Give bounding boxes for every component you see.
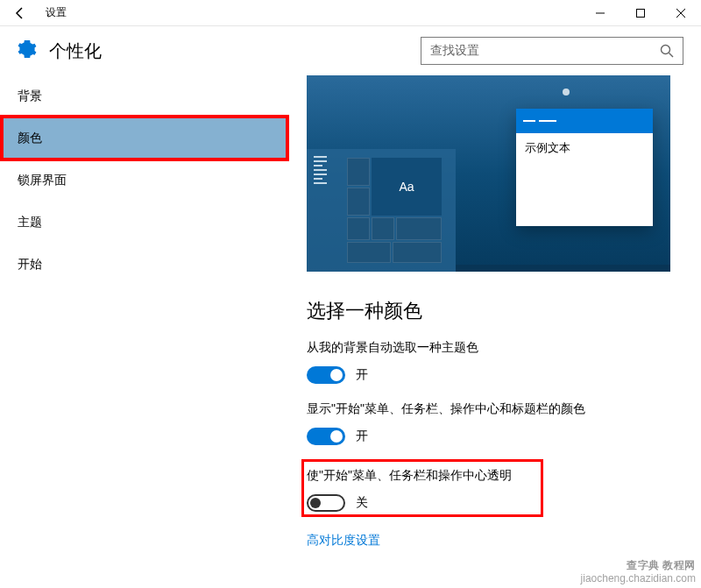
sidebar: 背景 颜色 锁屏界面 主题 开始: [0, 75, 289, 588]
toggle3-label: 使"开始"菜单、任务栏和操作中心透明: [307, 468, 671, 484]
search-input[interactable]: 查找设置: [421, 37, 683, 65]
svg-point-4: [662, 46, 670, 54]
sidebar-item-label: 颜色: [18, 131, 42, 146]
sidebar-item-theme[interactable]: 主题: [0, 202, 289, 244]
sidebar-item-label: 背景: [18, 89, 42, 104]
preview-window: 示例文本: [516, 109, 653, 226]
page-title: 个性化: [49, 39, 102, 63]
content: Aa 示例文本 选择一种颜色 从我的背景自动选取一种主题色 开 显示"开始"菜单…: [289, 75, 701, 588]
toggle2-state: 开: [356, 429, 368, 444]
sidebar-item-lockscreen[interactable]: 锁屏界面: [0, 159, 289, 202]
sidebar-item-label: 主题: [18, 215, 42, 230]
toggle1-label: 从我的背景自动选取一种主题色: [307, 340, 675, 356]
toggle3-state: 关: [356, 495, 368, 511]
sidebar-item-label: 锁屏界面: [18, 173, 67, 188]
search-icon: [660, 44, 674, 58]
minimize-button[interactable]: [580, 0, 620, 26]
section-title: 选择一种颜色: [307, 298, 675, 324]
preview-tile-label: Aa: [372, 158, 442, 216]
gear-icon: [18, 39, 37, 62]
toggle1-state: 开: [356, 367, 368, 383]
sidebar-item-label: 开始: [18, 257, 42, 273]
toggle2-label: 显示"开始"菜单、任务栏、操作中心和标题栏的颜色: [307, 401, 675, 417]
watermark: 查字典 教程网 jiaocheng.chazidian.com: [581, 559, 696, 584]
sidebar-item-color[interactable]: 颜色: [0, 117, 289, 159]
preview-start-menu: Aa: [307, 149, 456, 272]
svg-line-5: [669, 53, 674, 58]
toggle-transparency[interactable]: [307, 494, 345, 512]
window-title: 设置: [40, 5, 67, 20]
maximize-icon: [636, 9, 645, 18]
arrow-left-icon: [13, 6, 27, 20]
sidebar-item-start[interactable]: 开始: [0, 244, 289, 286]
search-placeholder: 查找设置: [430, 43, 660, 59]
window-controls: [580, 0, 701, 26]
sidebar-item-background[interactable]: 背景: [0, 75, 289, 117]
close-button[interactable]: [661, 0, 701, 26]
toggle-auto-accent[interactable]: [307, 366, 345, 384]
high-contrast-link[interactable]: 高对比度设置: [307, 533, 380, 549]
header: 个性化 查找设置: [0, 26, 701, 75]
toggle-show-color[interactable]: [307, 428, 345, 445]
preview-sample-text: 示例文本: [516, 133, 653, 163]
maximize-button[interactable]: [620, 0, 661, 26]
close-icon: [676, 9, 685, 18]
titlebar: 设置: [0, 0, 701, 26]
color-preview: Aa 示例文本: [307, 75, 670, 272]
back-button[interactable]: [0, 0, 40, 26]
svg-rect-1: [637, 9, 645, 17]
minimize-icon: [596, 9, 605, 18]
